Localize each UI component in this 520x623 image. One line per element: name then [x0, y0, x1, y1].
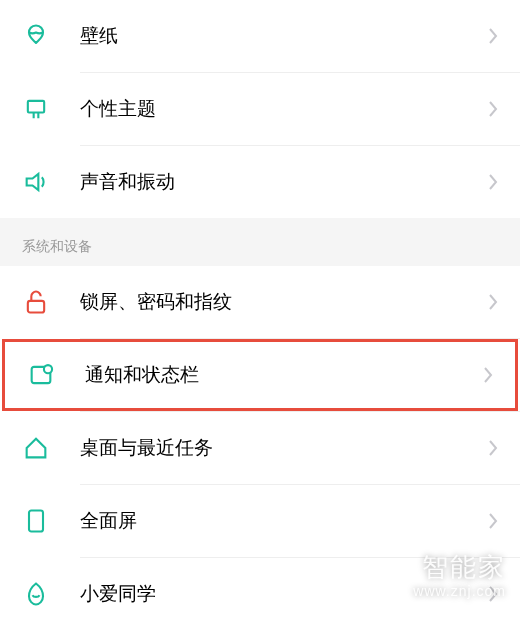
theme-icon [22, 95, 80, 123]
chevron-right-icon [488, 100, 498, 118]
setting-item-theme[interactable]: 个性主题 [0, 73, 520, 145]
fullscreen-icon [22, 507, 80, 535]
item-label: 全面屏 [80, 508, 488, 534]
setting-item-desktop[interactable]: 桌面与最近任务 [0, 412, 520, 484]
item-label: 锁屏、密码和指纹 [80, 289, 488, 315]
ai-icon [22, 580, 80, 608]
setting-item-notification[interactable]: 通知和状态栏 [2, 339, 518, 411]
chevron-right-icon [488, 512, 498, 530]
setting-item-sound[interactable]: 声音和振动 [0, 146, 520, 218]
item-label: 桌面与最近任务 [80, 435, 488, 461]
notification-icon [27, 361, 85, 389]
svg-rect-1 [28, 301, 44, 313]
setting-item-lockscreen[interactable]: 锁屏、密码和指纹 [0, 266, 520, 338]
sound-icon [22, 168, 80, 196]
wallpaper-icon [22, 22, 80, 50]
chevron-right-icon [488, 27, 498, 45]
setting-item-ai-assistant[interactable]: 小爱同学 [0, 558, 520, 623]
chevron-right-icon [488, 439, 498, 457]
chevron-right-icon [488, 293, 498, 311]
section-header-system: 系统和设备 [0, 218, 520, 266]
lock-icon [22, 288, 80, 316]
home-icon [22, 434, 80, 462]
item-label: 壁纸 [80, 23, 488, 49]
svg-point-3 [44, 365, 52, 373]
setting-item-wallpaper[interactable]: 壁纸 [0, 0, 520, 72]
setting-item-fullscreen[interactable]: 全面屏 [0, 485, 520, 557]
item-label: 小爱同学 [80, 581, 488, 607]
chevron-right-icon [488, 585, 498, 603]
svg-rect-4 [29, 511, 43, 532]
system-device-group: 锁屏、密码和指纹 通知和状态栏 桌面与最近任务 [0, 266, 520, 623]
svg-rect-0 [28, 101, 44, 113]
chevron-right-icon [483, 366, 493, 384]
item-label: 个性主题 [80, 96, 488, 122]
chevron-right-icon [488, 173, 498, 191]
item-label: 通知和状态栏 [85, 362, 483, 388]
personalization-group: 壁纸 个性主题 声音和振动 [0, 0, 520, 218]
item-label: 声音和振动 [80, 169, 488, 195]
